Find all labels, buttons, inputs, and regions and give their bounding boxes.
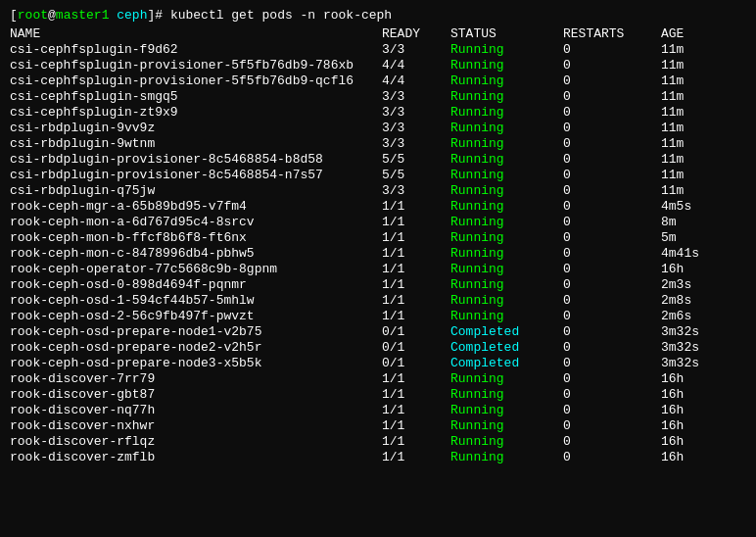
table-row: rook-ceph-mon-b-ffcf8b6f8-ft6nx 1/1 Runn…: [10, 230, 746, 245]
pod-age: 11m: [661, 136, 720, 151]
pod-restarts: 0: [563, 89, 661, 104]
pod-restarts: 0: [563, 136, 661, 151]
pod-status: Running: [450, 277, 563, 292]
pod-name: csi-rbdplugin-q75jw: [10, 183, 382, 198]
pod-restarts: 0: [563, 230, 661, 245]
pod-status: Running: [450, 262, 563, 276]
pod-restarts: 0: [563, 371, 661, 386]
pod-status: Running: [450, 309, 563, 323]
pod-ready: 0/1: [382, 340, 450, 355]
pod-restarts: 0: [563, 42, 661, 57]
pod-status: Running: [450, 168, 563, 182]
pod-age: 16h: [661, 371, 720, 386]
pod-restarts: 0: [563, 73, 661, 88]
pod-ready: 5/5: [382, 152, 450, 167]
header-status: STATUS: [450, 26, 563, 41]
pod-restarts: 0: [563, 356, 661, 370]
table-row: csi-cephfsplugin-smgq5 3/3 Running 0 11m: [10, 89, 746, 104]
pod-age: 2m3s: [661, 277, 720, 292]
pod-age: 3m32s: [661, 340, 720, 355]
pod-ready: 3/3: [382, 121, 450, 135]
pod-ready: 3/3: [382, 183, 450, 198]
pod-ready: 4/4: [382, 73, 450, 88]
pod-status: Running: [450, 121, 563, 135]
pod-status: Completed: [450, 340, 563, 355]
pod-age: 11m: [661, 152, 720, 167]
pod-age: 3m32s: [661, 324, 720, 339]
table-row: csi-rbdplugin-provisioner-8c5468854-b8d5…: [10, 152, 746, 167]
pod-status: Running: [450, 152, 563, 167]
pod-ready: 4/4: [382, 58, 450, 73]
table-row: csi-cephfsplugin-f9d62 3/3 Running 0 11m: [10, 42, 746, 57]
pod-name: csi-cephfsplugin-f9d62: [10, 42, 382, 57]
pod-name: rook-discover-nq77h: [10, 403, 382, 417]
pod-age: 16h: [661, 262, 720, 276]
pod-restarts: 0: [563, 324, 661, 339]
table-row: rook-discover-rflqz 1/1 Running 0 16h: [10, 434, 746, 449]
pod-age: 4m41s: [661, 246, 720, 261]
header-restarts: RESTARTS: [563, 26, 661, 41]
pod-name: rook-ceph-mon-b-ffcf8b6f8-ft6nx: [10, 230, 382, 245]
pod-status: Running: [450, 434, 563, 449]
pod-status: Running: [450, 89, 563, 104]
pod-restarts: 0: [563, 262, 661, 276]
pod-ready: 5/5: [382, 168, 450, 182]
table-row: rook-discover-nxhwr 1/1 Running 0 16h: [10, 418, 746, 433]
pod-restarts: 0: [563, 58, 661, 73]
pod-status: Running: [450, 418, 563, 433]
pod-name: rook-discover-7rr79: [10, 371, 382, 386]
prompt-at: @: [48, 8, 56, 23]
pod-ready: 1/1: [382, 450, 450, 464]
pod-status: Completed: [450, 356, 563, 370]
pod-ready: 1/1: [382, 246, 450, 261]
pod-name: rook-ceph-osd-prepare-node1-v2b75: [10, 324, 382, 339]
pod-status: Running: [450, 293, 563, 308]
table-row: rook-ceph-osd-prepare-node1-v2b75 0/1 Co…: [10, 324, 746, 339]
pod-ready: 3/3: [382, 42, 450, 57]
pod-name: csi-rbdplugin-9wtnm: [10, 136, 382, 151]
pod-restarts: 0: [563, 277, 661, 292]
pod-name: csi-cephfsplugin-zt9x9: [10, 105, 382, 120]
pod-restarts: 0: [563, 403, 661, 417]
pod-age: 4m5s: [661, 199, 720, 214]
pod-name: csi-rbdplugin-provisioner-8c5468854-n7s5…: [10, 168, 382, 182]
pod-name: csi-cephfsplugin-provisioner-5f5fb76db9-…: [10, 73, 382, 88]
table-row: csi-rbdplugin-q75jw 3/3 Running 0 11m: [10, 183, 746, 198]
pod-ready: 1/1: [382, 262, 450, 276]
pod-restarts: 0: [563, 418, 661, 433]
pod-ready: 0/1: [382, 324, 450, 339]
pod-restarts: 0: [563, 387, 661, 402]
pod-age: 5m: [661, 230, 720, 245]
pod-name: rook-discover-gbt87: [10, 387, 382, 402]
pod-restarts: 0: [563, 152, 661, 167]
pod-name: rook-discover-rflqz: [10, 434, 382, 449]
table-row: rook-ceph-mon-c-8478996db4-pbhw5 1/1 Run…: [10, 246, 746, 261]
prompt-user: root: [18, 8, 48, 23]
pod-age: 11m: [661, 73, 720, 88]
pod-ready: 3/3: [382, 105, 450, 120]
pod-name: rook-ceph-osd-2-56c9fb497f-pwvzt: [10, 309, 382, 323]
pod-ready: 0/1: [382, 356, 450, 370]
pod-status: Running: [450, 387, 563, 402]
pod-restarts: 0: [563, 168, 661, 182]
header-ready: READY: [382, 26, 450, 41]
table-row: csi-rbdplugin-9wtnm 3/3 Running 0 11m: [10, 136, 746, 151]
pod-ready: 3/3: [382, 136, 450, 151]
pod-status: Running: [450, 246, 563, 261]
pod-ready: 1/1: [382, 277, 450, 292]
pod-name: rook-discover-zmflb: [10, 450, 382, 464]
pod-name: csi-rbdplugin-provisioner-8c5468854-b8d5…: [10, 152, 382, 167]
table-row: rook-ceph-osd-prepare-node3-x5b5k 0/1 Co…: [10, 356, 746, 370]
table-row: rook-ceph-mgr-a-65b89bd95-v7fm4 1/1 Runn…: [10, 199, 746, 214]
pod-age: 11m: [661, 121, 720, 135]
pod-restarts: 0: [563, 293, 661, 308]
pod-status: Running: [450, 450, 563, 464]
table-row: rook-discover-nq77h 1/1 Running 0 16h: [10, 403, 746, 417]
pod-name: rook-ceph-mgr-a-65b89bd95-v7fm4: [10, 199, 382, 214]
pod-restarts: 0: [563, 121, 661, 135]
pod-name: csi-rbdplugin-9vv9z: [10, 121, 382, 135]
table-row: rook-discover-gbt87 1/1 Running 0 16h: [10, 387, 746, 402]
pod-status: Running: [450, 42, 563, 57]
pod-ready: 1/1: [382, 309, 450, 323]
table-row: csi-cephfsplugin-provisioner-5f5fb76db9-…: [10, 73, 746, 88]
